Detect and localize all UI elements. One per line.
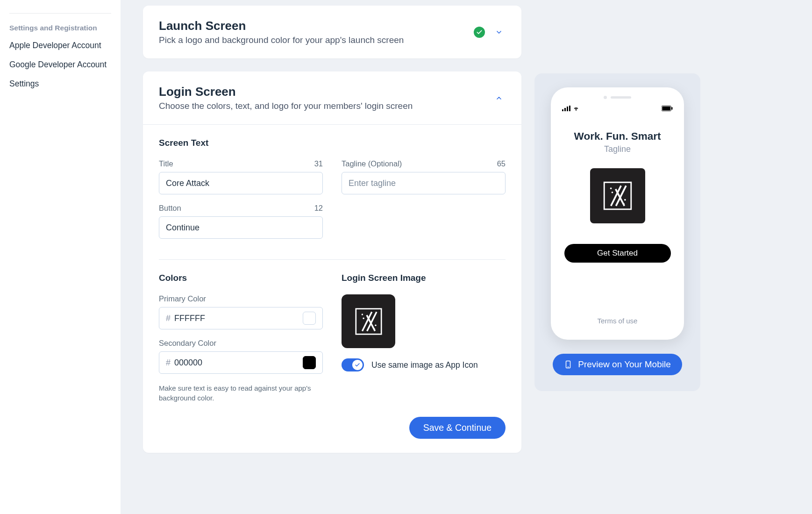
svg-line-17 (616, 186, 626, 206)
svg-point-20 (611, 192, 613, 193)
save-continue-button[interactable]: Save & Continue (409, 417, 506, 439)
svg-point-22 (623, 203, 625, 205)
sidebar-divider (9, 13, 111, 14)
button-text-input[interactable] (159, 216, 323, 239)
hash-prefix: # (166, 314, 171, 323)
svg-rect-11 (569, 106, 570, 111)
chevron-down-icon[interactable] (492, 29, 506, 36)
signal-bars-icon (562, 106, 570, 113)
chevron-up-icon[interactable] (492, 94, 506, 102)
title-label: Title (159, 159, 173, 168)
preview-tagline: Tagline (604, 144, 631, 154)
svg-rect-15 (604, 182, 631, 209)
svg-point-5 (363, 317, 364, 319)
phone-status-bar (556, 102, 679, 114)
toggle-knob (352, 360, 363, 370)
primary-color-swatch[interactable] (303, 312, 316, 325)
svg-point-21 (624, 199, 626, 201)
button-text-input-inner[interactable] (166, 223, 316, 233)
title-count: 31 (314, 159, 323, 168)
preview-cta-button[interactable]: Get Started (564, 244, 671, 263)
secondary-color-swatch[interactable] (303, 356, 316, 369)
sidebar-item-apple-developer[interactable]: Apple Developer Account (9, 41, 111, 50)
launch-screen-subtitle: Pick a logo and background color for you… (159, 35, 466, 45)
wifi-icon (572, 106, 580, 113)
sidebar-item-google-developer[interactable]: Google Developer Account (9, 60, 111, 70)
preview-terms-link[interactable]: Terms of use (598, 317, 638, 325)
sidebar-item-settings[interactable]: Settings (9, 79, 111, 89)
tagline-input[interactable] (342, 172, 506, 194)
tagline-count: 65 (497, 159, 506, 168)
colors-heading: Colors (159, 273, 323, 283)
launch-screen-title: Launch Screen (159, 19, 466, 33)
title-input[interactable] (159, 172, 323, 194)
svg-point-6 (375, 324, 376, 326)
app-logo-icon (353, 306, 385, 337)
phone-preview-panel: Work. Fun. Smart Tagline (534, 73, 700, 391)
primary-color-value[interactable] (174, 314, 303, 323)
launch-screen-card: Launch Screen Pick a logo and background… (143, 6, 521, 58)
sidebar-item-label: Apple Developer Account (9, 41, 101, 50)
login-image-heading: Login Screen Image (342, 273, 506, 283)
preview-on-mobile-button[interactable]: Preview on Your Mobile (553, 354, 682, 375)
svg-rect-10 (567, 107, 568, 111)
primary-color-input[interactable]: # (159, 307, 323, 329)
section-divider (159, 259, 506, 260)
secondary-color-value[interactable] (174, 358, 303, 368)
tagline-input-inner[interactable] (349, 178, 499, 188)
login-screen-image-tile[interactable] (342, 294, 395, 348)
sidebar-item-label: Settings (9, 79, 39, 88)
tagline-label: Tagline (Optional) (342, 159, 402, 168)
sidebar-section-heading: Settings and Registration (9, 24, 111, 32)
check-complete-icon (474, 27, 485, 38)
preview-logo-tile (590, 168, 645, 223)
svg-rect-9 (564, 108, 566, 111)
svg-point-19 (610, 187, 612, 189)
secondary-color-input[interactable]: # (159, 351, 323, 374)
login-screen-header[interactable]: Login Screen Choose the colors, text, an… (143, 71, 521, 125)
svg-rect-14 (671, 107, 672, 110)
mobile-icon (564, 359, 572, 370)
use-same-image-toggle[interactable] (342, 358, 364, 371)
primary-color-label: Primary Color (159, 294, 206, 303)
title-input-inner[interactable] (166, 178, 316, 188)
button-count: 12 (314, 204, 323, 213)
svg-rect-0 (356, 308, 381, 334)
screen-text-heading: Screen Text (159, 138, 506, 148)
preview-title: Work. Fun. Smart (574, 130, 661, 143)
secondary-color-label: Secondary Color (159, 339, 216, 348)
login-screen-subtitle: Choose the colors, text, and logo for yo… (159, 101, 485, 111)
app-logo-icon (601, 179, 634, 213)
svg-rect-8 (562, 109, 563, 111)
login-screen-card: Login Screen Choose the colors, text, an… (143, 71, 521, 453)
launch-screen-header[interactable]: Launch Screen Pick a logo and background… (143, 6, 521, 58)
use-same-image-label: Use same image as App Icon (371, 360, 478, 370)
preview-button-label: Preview on Your Mobile (578, 359, 671, 370)
battery-icon (662, 106, 673, 113)
login-screen-title: Login Screen (159, 85, 485, 99)
button-label: Button (159, 204, 181, 213)
color-helper-text: Make sure text is easy to read against y… (159, 383, 322, 403)
hash-prefix: # (166, 358, 171, 368)
sidebar-item-label: Google Developer Account (9, 60, 107, 69)
phone-frame: Work. Fun. Smart Tagline (551, 87, 684, 340)
svg-line-2 (367, 312, 376, 331)
phone-speaker-icon (611, 96, 631, 99)
phone-camera-icon (604, 96, 607, 99)
svg-point-4 (361, 314, 363, 315)
svg-point-7 (373, 328, 375, 329)
svg-rect-13 (662, 107, 670, 110)
